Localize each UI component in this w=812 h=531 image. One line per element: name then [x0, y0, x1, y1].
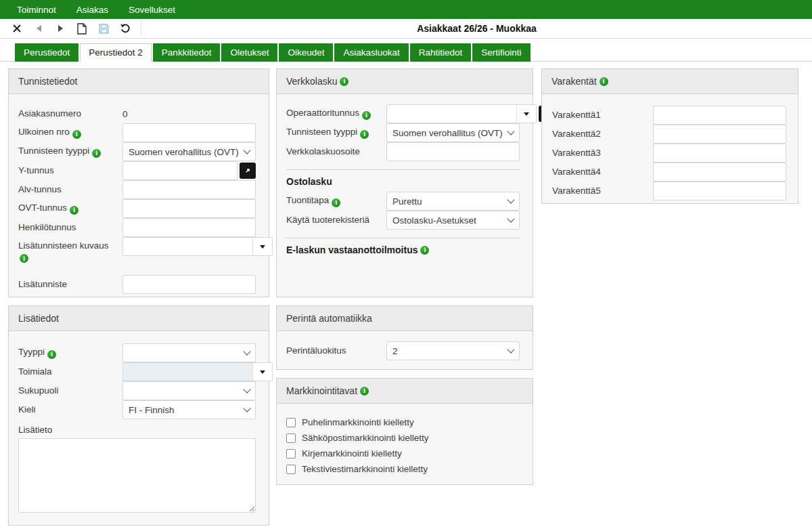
open-window-icon	[244, 167, 251, 174]
perintaluokitus-select[interactable]: 2	[386, 341, 520, 360]
menu-toiminnot[interactable]: Toiminnot	[7, 0, 66, 19]
dropdown-button[interactable]	[516, 105, 536, 123]
alv-tunnus-input[interactable]	[122, 180, 256, 199]
tekstiviestimarkkinointi-checkbox[interactable]	[286, 465, 296, 474]
tunnisteen-tyyppi-2-select[interactable]: Suomen verohallitus (OVT)	[386, 123, 520, 142]
lisatieto-textarea[interactable]	[18, 438, 256, 513]
section-divider	[286, 238, 520, 238]
field-row-tyyppi: Tyyppi	[18, 343, 256, 362]
info-icon[interactable]	[92, 149, 101, 158]
menu-sovellukset[interactable]: Sovellukset	[118, 0, 185, 19]
info-icon[interactable]	[362, 111, 371, 120]
kieli-select[interactable]: FI - Finnish	[122, 400, 256, 419]
chevron-down-icon	[243, 347, 250, 355]
varakentta4-input[interactable]	[653, 163, 786, 182]
field-label: Varakenttä1	[552, 110, 601, 120]
field-label: Toimiala	[18, 366, 52, 377]
panel-varakentat: Varakentät Varakenttä1 Varakenttä2 Varak…	[541, 68, 798, 204]
varakentta3-input[interactable]	[653, 144, 786, 163]
previous-record-button[interactable]	[30, 20, 47, 37]
field-label: Sukupuoli	[18, 385, 58, 396]
info-icon[interactable]	[360, 387, 369, 396]
tab-oikeudet[interactable]: Oikeudet	[279, 43, 333, 62]
tunnisteen-tyyppi-select[interactable]: Suomen verohallitus (OVT)	[122, 142, 256, 161]
field-row-y-tunnus: Y-tunnus	[18, 161, 256, 180]
new-record-button[interactable]	[73, 20, 91, 37]
field-label: Ulkoinen nro	[18, 127, 70, 137]
field-label: Varakenttä2	[552, 129, 601, 139]
arrow-right-icon	[58, 25, 63, 32]
tyyppi-select[interactable]	[122, 343, 256, 362]
tab-bar: Perustiedot Perustiedot 2 Pankkitiedot O…	[0, 43, 812, 62]
chevron-down-icon	[243, 385, 250, 393]
y-tunnus-lookup-button[interactable]	[240, 163, 256, 179]
undo-button[interactable]	[116, 20, 134, 37]
ulkoinen-nro-input[interactable]	[122, 123, 256, 142]
save-button[interactable]	[95, 20, 112, 37]
checkbox-label: Kirjemarkkinointi kielletty	[302, 448, 402, 459]
field-row-varakentta2: Varakenttä2	[552, 125, 786, 144]
field-row-tunnisteen-tyyppi-2: Tunnisteen tyyppi Suomen verohallitus (O…	[286, 123, 520, 142]
field-row-tuontitapa: Tuontitapa Purettu	[286, 192, 520, 211]
field-row-perintaluokitus: Perintäluokitus 2	[286, 341, 520, 360]
caret-down-icon	[260, 245, 265, 249]
tab-perustiedot[interactable]: Perustiedot	[15, 43, 78, 62]
dropdown-button[interactable]	[252, 363, 272, 381]
henkilotunnus-input[interactable]	[122, 218, 256, 237]
panel-title: Verkkolasku	[286, 76, 337, 87]
tuontitapa-select[interactable]: Purettu	[386, 192, 520, 211]
dropdown-button[interactable]	[252, 238, 272, 255]
varakentta5-input[interactable]	[653, 182, 786, 200]
kayta-tuoterekisteria-select[interactable]: Ostolasku-Asetukset	[386, 211, 520, 230]
field-label: Varakenttä3	[552, 148, 601, 158]
panel-title: Varakentät	[551, 76, 597, 87]
field-row-verkkolaskuosoite: Verkkolaskuosoite	[286, 142, 520, 161]
field-label: Henkilötunnus	[18, 222, 76, 232]
info-icon[interactable]	[47, 350, 56, 359]
lisatunnisteen-kuvaus-input[interactable]	[123, 238, 252, 255]
tab-asiakasluokat[interactable]: Asiakasluokat	[334, 43, 408, 62]
tab-oletukset[interactable]: Oletukset	[221, 43, 277, 62]
info-icon[interactable]	[20, 254, 28, 263]
caret-down-icon	[260, 370, 265, 374]
tab-sertifiointi[interactable]: Sertifiointi	[472, 43, 530, 62]
field-row-alv-tunnus: Alv-tunnus	[18, 180, 256, 199]
chevron-down-icon	[243, 404, 250, 412]
close-button[interactable]	[8, 20, 26, 37]
y-tunnus-input[interactable]	[122, 161, 238, 180]
chevron-down-icon	[507, 196, 514, 203]
tab-rahtitiedot[interactable]: Rahtitiedot	[410, 43, 472, 62]
section-divider	[286, 169, 520, 170]
info-icon[interactable]	[72, 130, 81, 139]
field-row-sukupuoli: Sukupuoli	[18, 381, 256, 400]
sahkopostimarkkinointi-checkbox[interactable]	[286, 433, 296, 443]
puhelinmarkkinointi-checkbox[interactable]	[286, 418, 296, 427]
sukupuoli-select[interactable]	[122, 381, 256, 400]
info-icon[interactable]	[340, 77, 348, 86]
varakentta2-input[interactable]	[653, 125, 786, 144]
ovt-tunnus-input[interactable]	[122, 199, 256, 218]
field-row-tunnisteen-tyyppi: Tunnisteen tyyppi Suomen verohallitus (O…	[18, 142, 256, 161]
varakentta1-input[interactable]	[653, 106, 786, 125]
tab-pankkitiedot[interactable]: Pankkitiedot	[153, 43, 221, 62]
info-icon[interactable]	[600, 77, 608, 86]
app-menubar: Toiminnot Asiakas Sovellukset	[0, 0, 812, 19]
info-icon[interactable]	[420, 246, 429, 255]
panel-tunnistetiedot: Tunnistetiedot Asiakasnumero 0 Ulkoinen …	[8, 68, 269, 297]
tab-perustiedot-2[interactable]: Perustiedot 2	[80, 43, 152, 62]
save-icon	[99, 24, 109, 34]
field-row-lisatunniste: Lisätunniste	[18, 275, 256, 294]
chevron-down-icon	[507, 127, 514, 135]
verkkolaskuosoite-input[interactable]	[386, 142, 520, 161]
info-icon[interactable]	[360, 130, 369, 139]
lisatunniste-input[interactable]	[122, 275, 256, 294]
next-record-button[interactable]	[51, 20, 69, 37]
panel-markkinointitavat: Markkinointitavat Puhelinmarkkinointi ki…	[276, 378, 533, 485]
info-icon[interactable]	[70, 206, 78, 215]
menu-asiakas[interactable]: Asiakas	[66, 0, 118, 19]
info-icon[interactable]	[332, 198, 340, 207]
operaattoritunnus-input[interactable]	[387, 105, 516, 123]
field-label: Lisätunnisteen kuvaus	[18, 240, 109, 251]
kirjemarkkinointi-checkbox[interactable]	[286, 449, 296, 459]
undo-icon	[120, 23, 131, 34]
